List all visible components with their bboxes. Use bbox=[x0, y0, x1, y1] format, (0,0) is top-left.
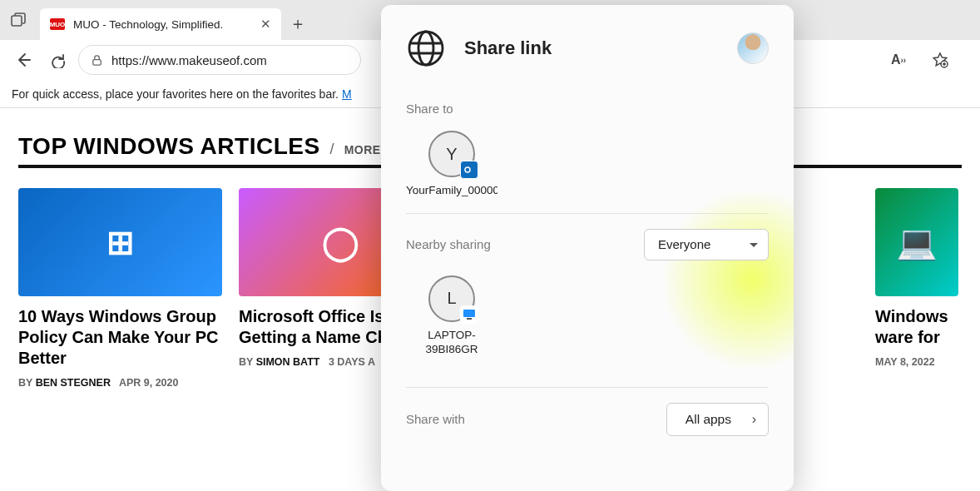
nearby-scope-dropdown[interactable]: Everyone bbox=[644, 229, 769, 260]
all-apps-button[interactable]: All apps › bbox=[666, 403, 769, 436]
url-text: https://www.makeuseof.com bbox=[111, 53, 267, 67]
tab-actions-icon[interactable] bbox=[0, 0, 37, 40]
share-title: Share link bbox=[464, 37, 552, 59]
device-avatar: L bbox=[428, 275, 475, 322]
favorites-link[interactable]: M bbox=[342, 87, 352, 101]
nearby-device[interactable]: L LAPTOP-39BI86GR bbox=[406, 275, 497, 357]
favorites-hint: For quick access, place your favorites h… bbox=[12, 87, 339, 101]
favicon-icon: MUO bbox=[50, 18, 65, 30]
outlook-icon bbox=[460, 161, 478, 179]
svg-point-4 bbox=[418, 32, 433, 65]
svg-rect-7 bbox=[463, 310, 475, 317]
globe-icon bbox=[406, 28, 446, 68]
svg-rect-0 bbox=[12, 16, 22, 26]
read-aloud-icon[interactable]: A›› bbox=[883, 45, 913, 75]
article-title: Windows ware for bbox=[875, 306, 958, 348]
article-meta: BY BEN STEGNER APR 9, 2020 bbox=[18, 377, 222, 389]
close-tab-icon[interactable]: ✕ bbox=[260, 17, 271, 32]
share-target-contact[interactable]: Y YourFamily_00000000000000… bbox=[406, 131, 497, 198]
article-meta: MAY 8, 2022 bbox=[875, 356, 958, 368]
address-bar[interactable]: https://www.makeuseof.com bbox=[78, 45, 361, 75]
article-thumb: 💻 bbox=[875, 188, 958, 296]
lock-icon bbox=[91, 54, 103, 67]
user-avatar[interactable] bbox=[737, 32, 769, 64]
share-to-label: Share to bbox=[406, 102, 769, 116]
browser-tab[interactable]: MUO MUO - Technology, Simplified. ✕ bbox=[40, 8, 281, 40]
back-button[interactable] bbox=[8, 45, 38, 75]
article-thumb: ⊞ bbox=[18, 188, 222, 296]
more-link[interactable]: MORE bbox=[344, 143, 381, 156]
article-card[interactable]: ⊞ 10 Ways Windows Group Policy Can Make … bbox=[18, 188, 222, 389]
share-with-label: Share with bbox=[406, 412, 465, 426]
article-title: 10 Ways Windows Group Policy Can Make Yo… bbox=[18, 306, 222, 369]
new-tab-button[interactable]: ＋ bbox=[281, 7, 314, 40]
contact-avatar: Y bbox=[428, 131, 475, 177]
section-title: TOP WINDOWS ARTICLES bbox=[18, 133, 320, 160]
device-label: LAPTOP-39BI86GR bbox=[406, 329, 497, 357]
favorite-icon[interactable] bbox=[925, 45, 955, 75]
tab-title: MUO - Technology, Simplified. bbox=[73, 18, 223, 31]
nearby-label: Nearby sharing bbox=[406, 237, 491, 251]
article-card[interactable]: 💻 Windows ware for MAY 8, 2022 bbox=[875, 188, 958, 389]
svg-rect-1 bbox=[93, 59, 101, 65]
svg-point-3 bbox=[409, 32, 443, 65]
refresh-button[interactable] bbox=[43, 45, 73, 75]
chevron-right-icon: › bbox=[752, 412, 756, 427]
monitor-icon bbox=[460, 305, 478, 324]
svg-rect-8 bbox=[467, 318, 472, 320]
share-panel: Share link Share to Y YourFamily_0000000… bbox=[381, 5, 794, 491]
contact-label: YourFamily_00000000000000… bbox=[406, 184, 497, 198]
